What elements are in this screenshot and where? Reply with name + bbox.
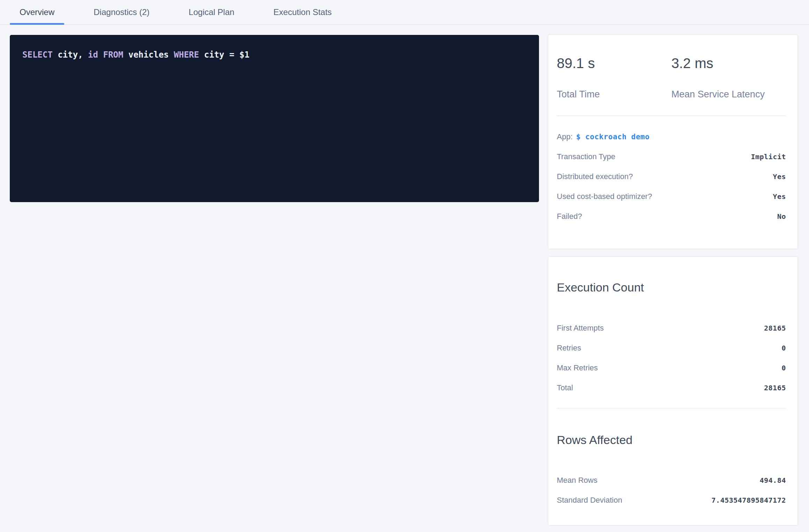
cost-based-optimizer-label: Used cost-based optimizer?	[557, 192, 652, 201]
summary-card: 89.1 s Total Time 3.2 ms Mean Service La…	[548, 35, 797, 249]
sql-statement-box: SELECT city, id FROM vehicles WHERE city…	[10, 35, 539, 202]
metrics-row: 89.1 s Total Time 3.2 ms Mean Service La…	[557, 35, 786, 99]
summary-divider	[557, 116, 786, 116]
distributed-execution-label: Distributed execution?	[557, 172, 633, 181]
cost-based-optimizer-value: Yes	[773, 192, 786, 201]
table-row: Total 28165	[557, 378, 786, 398]
sql-token: city,	[53, 50, 88, 60]
execution-count-rows: First Attempts 28165 Retries 0 Max Retri…	[557, 318, 786, 398]
standard-deviation-row: Standard Deviation 7.453547895847172	[557, 490, 786, 510]
failed-label: Failed?	[557, 212, 582, 221]
metric-total-time: 89.1 s Total Time	[557, 56, 671, 99]
table-row: Transaction Type Implicit	[557, 147, 786, 167]
transaction-type-value: Implicit	[751, 153, 786, 161]
total-label: Total	[557, 383, 573, 392]
app-row: App:$ cockroach demo	[557, 127, 786, 147]
sql-token: id	[88, 50, 98, 60]
table-row: Max Retries 0	[557, 358, 786, 378]
overview-content: SELECT city, id FROM vehicles WHERE city…	[0, 25, 809, 525]
standard-deviation-label: Standard Deviation	[557, 496, 622, 505]
total-value: 28165	[764, 384, 786, 392]
app-label: App:$ cockroach demo	[557, 132, 650, 141]
first-attempts-value: 28165	[764, 324, 786, 332]
tab-logical-plan[interactable]: Logical Plan	[179, 0, 244, 24]
table-row: First Attempts 28165	[557, 318, 786, 338]
rows-affected-title: Rows Affected	[557, 434, 786, 446]
max-retries-label: Max Retries	[557, 363, 598, 372]
max-retries-value: 0	[781, 364, 786, 372]
tab-execution-stats[interactable]: Execution Stats	[264, 0, 342, 24]
distributed-execution-value: Yes	[773, 172, 786, 181]
table-row: Mean Rows 494.84	[557, 470, 786, 490]
statement-details-sidebar: 89.1 s Total Time 3.2 ms Mean Service La…	[548, 35, 797, 525]
mean-rows-value: 494.84	[760, 476, 786, 485]
sql-token: FROM	[103, 50, 123, 60]
summary-rows: App:$ cockroach demo Transaction Type Im…	[557, 127, 786, 226]
sql-token: SELECT	[22, 50, 53, 60]
first-attempts-label: First Attempts	[557, 324, 604, 333]
total-time-label: Total Time	[557, 90, 671, 99]
rows-affected-rows: Mean Rows 494.84 Standard Deviation 7.45…	[557, 470, 786, 510]
mean-rows-label: Mean Rows	[557, 476, 597, 485]
metric-mean-service-latency: 3.2 ms Mean Service Latency	[671, 56, 786, 99]
sql-token: vehicles	[123, 50, 174, 60]
mean-service-latency-value: 3.2 ms	[671, 56, 786, 70]
app-link[interactable]: $ cockroach demo	[576, 133, 649, 141]
table-row: Failed? No	[557, 206, 786, 226]
retries-label: Retries	[557, 343, 581, 353]
transaction-type-label: Transaction Type	[557, 152, 615, 161]
sql-token	[98, 50, 103, 60]
execution-divider	[557, 408, 786, 408]
sql-token: city = $1	[199, 50, 250, 60]
execution-count-title: Execution Count	[557, 281, 786, 293]
retries-value: 0	[781, 344, 786, 352]
tab-overview[interactable]: Overview	[10, 0, 64, 24]
sql-statement-text: SELECT city, id FROM vehicles WHERE city…	[22, 50, 249, 60]
table-row: Retries 0	[557, 338, 786, 358]
tab-bar: Overview Diagnostics (2) Logical Plan Ex…	[0, 0, 809, 25]
table-row: Used cost-based optimizer? Yes	[557, 186, 786, 206]
mean-service-latency-label: Mean Service Latency	[671, 90, 786, 99]
execution-card: Execution Count First Attempts 28165 Ret…	[548, 257, 797, 525]
table-row: Distributed execution? Yes	[557, 167, 786, 186]
total-time-value: 89.1 s	[557, 56, 671, 70]
sql-token: WHERE	[174, 50, 199, 60]
tab-diagnostics[interactable]: Diagnostics (2)	[84, 0, 159, 24]
standard-deviation-value: 7.453547895847172	[712, 496, 786, 504]
failed-value: No	[777, 212, 786, 221]
